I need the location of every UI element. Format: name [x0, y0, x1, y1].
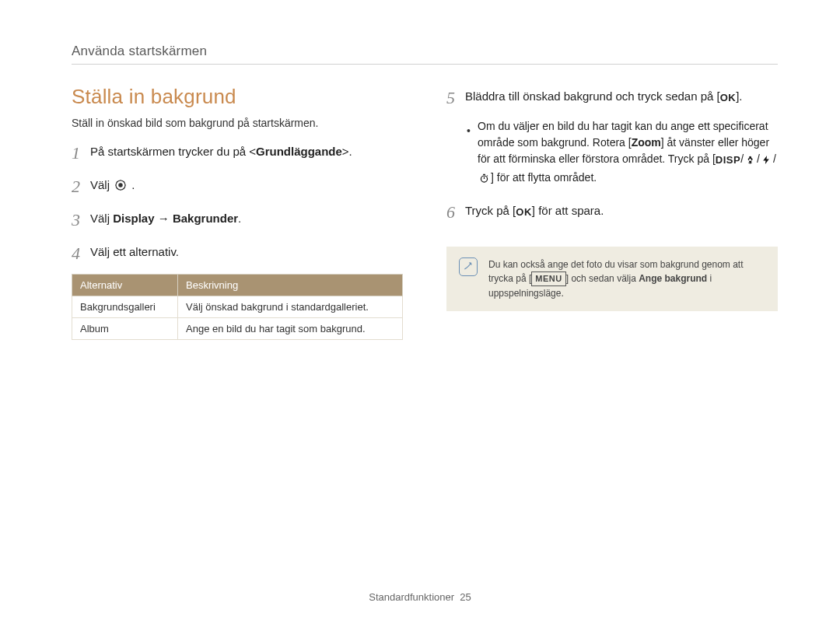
- left-column: Ställa in bakgrund Ställ in önskad bild …: [72, 85, 403, 340]
- text: Bläddra till önskad bakgrund och tryck s…: [465, 89, 720, 103]
- step-number: 6: [446, 199, 465, 225]
- table-cell: Album: [72, 318, 178, 340]
- right-column: 5 Bläddra till önskad bakgrund och tryck…: [446, 85, 778, 340]
- step-number: 3: [72, 207, 90, 233]
- step-1: 1 På startskärmen trycker du på <Grundlä…: [72, 140, 403, 166]
- footer-label: Standardfunktioner: [369, 591, 454, 603]
- bold-text: Grundläggande: [256, 145, 342, 158]
- text: Välj: [90, 178, 113, 191]
- table-row: Album Ange en bild du har tagit som bakg…: [72, 318, 403, 340]
- step-2: 2 Välj .: [72, 173, 403, 199]
- menu-icon: MENU: [531, 271, 565, 286]
- svg-point-1: [119, 184, 122, 187]
- gear-icon: [114, 179, 127, 197]
- text: >.: [342, 145, 352, 158]
- section-title: Ställa in bakgrund: [72, 85, 403, 109]
- step-text: Välj ett alternativ.: [90, 240, 403, 261]
- text: Välj: [90, 212, 113, 225]
- text: /: [740, 152, 744, 165]
- step-text: Bläddra till önskad bakgrund och tryck s…: [465, 85, 778, 106]
- bullet-text: Om du väljer en bild du har tagit kan du…: [478, 118, 778, 188]
- text: .: [131, 178, 135, 191]
- text: På startskärmen trycker du på <: [90, 145, 256, 158]
- flash-icon: [761, 153, 772, 170]
- options-table: Alternativ Beskrivning Bakgrundsgalleri …: [72, 274, 403, 340]
- text: Tryck på [: [465, 204, 516, 217]
- step-number: 1: [72, 140, 90, 166]
- header-rule: [72, 64, 778, 65]
- step-text: Välj .: [90, 173, 403, 197]
- step-number: 4: [72, 240, 90, 266]
- step-5: 5 Bläddra till önskad bakgrund och tryck…: [446, 85, 778, 110]
- step-text: Tryck på [OK] för att spara.: [465, 199, 778, 220]
- bold-text: Display: [113, 212, 154, 225]
- section-intro: Ställ in önskad bild som bakgrund på sta…: [72, 117, 403, 129]
- text: ] för att flytta området.: [491, 171, 597, 184]
- text: /: [757, 152, 760, 165]
- bold-text: Zoom: [632, 136, 661, 149]
- table-header: Alternativ: [72, 275, 178, 296]
- manual-page: Använda startskärmen Ställa in bakgrund …: [0, 0, 840, 634]
- step-number: 5: [446, 85, 465, 110]
- breadcrumb: Använda startskärmen: [72, 44, 778, 59]
- page-number: 25: [460, 591, 471, 603]
- timer-icon: [479, 172, 489, 188]
- info-note: Du kan också ange det foto du visar som …: [446, 247, 778, 311]
- step-number: 2: [72, 173, 90, 199]
- page-footer: Standardfunktioner 25: [0, 591, 840, 603]
- bold-text: Ange bakgrund: [639, 273, 707, 284]
- disp-icon: DISP: [716, 152, 740, 168]
- step-text: Välj Display → Bakgrunder.: [90, 207, 403, 228]
- text: ] för att spara.: [532, 204, 604, 217]
- text: /: [773, 152, 776, 165]
- ok-icon: OK: [516, 205, 532, 220]
- table-cell: Ange en bild du har tagit som bakgrund.: [178, 318, 403, 340]
- ok-icon: OK: [720, 90, 737, 106]
- table-cell: Bakgrundsgalleri: [72, 296, 178, 318]
- table-cell: Välj önskad bakgrund i standardgalleriet…: [178, 296, 403, 318]
- bullet-dot: [467, 118, 471, 188]
- arrow: →: [155, 212, 173, 225]
- note-icon: [459, 257, 478, 276]
- bold-text: Bakgrunder: [173, 212, 238, 225]
- step-text: På startskärmen trycker du på <Grundlägg…: [90, 140, 403, 161]
- two-column-layout: Ställa in bakgrund Ställ in önskad bild …: [72, 85, 778, 340]
- text: ].: [736, 89, 742, 103]
- table-row: Bakgrundsgalleri Välj önskad bakgrund i …: [72, 296, 403, 318]
- note-text: Du kan också ange det foto du visar som …: [488, 257, 765, 300]
- step-6: 6 Tryck på [OK] för att spara.: [446, 199, 778, 225]
- bullet-note: Om du väljer en bild du har tagit kan du…: [467, 118, 778, 188]
- macro-icon: [745, 153, 755, 170]
- step-3: 3 Välj Display → Bakgrunder.: [72, 207, 403, 233]
- text: .: [238, 212, 241, 225]
- text: ] och sedan välja: [566, 273, 639, 284]
- svg-point-2: [481, 176, 487, 182]
- step-4: 4 Välj ett alternativ.: [72, 240, 403, 266]
- table-header: Beskrivning: [178, 275, 403, 296]
